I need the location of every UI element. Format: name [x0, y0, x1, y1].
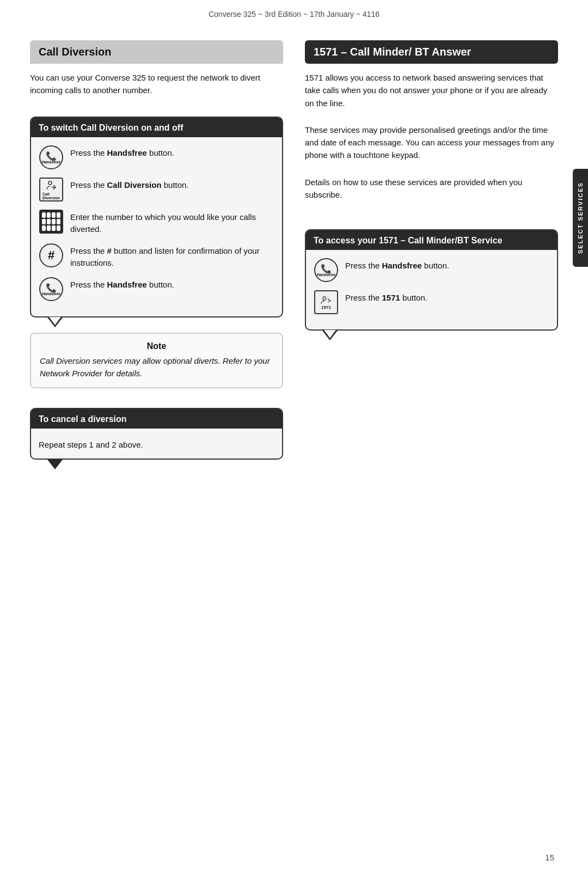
call-minder-title: 1571 – Call Minder/ BT Answer [305, 40, 558, 64]
switch-diversion-header: To switch Call Diversion on and off [31, 118, 282, 137]
hash-button-icon: # [39, 243, 63, 267]
page-content: Call Diversion You can use your Converse… [0, 24, 588, 476]
step-5-bold: Handsfree [107, 280, 147, 289]
step-5-text: Press the Handsfree button. [70, 277, 274, 291]
access-1571-header: To access your 1571 – Call Minder/BT Ser… [306, 230, 557, 250]
side-tab: SELECT SERVICES [573, 169, 588, 267]
step-2-text: Press the Call Diversion button. [70, 177, 274, 192]
note-text: Call Diversion services may allow option… [40, 355, 273, 380]
call-diversion-svg [45, 179, 58, 192]
handsfree-icon-2: 📞 Handsfree [39, 277, 64, 302]
access-1571-body: 📞 Handsfree Press the Handsfree button. [306, 250, 557, 329]
1571-label: 1571 [321, 305, 331, 310]
call-diversion-title: Call Diversion [30, 40, 283, 64]
left-column: Call Diversion You can use your Converse… [30, 40, 283, 460]
step-5: 📞 Handsfree Press the Handsfree button. [39, 277, 274, 302]
callout-body: 📞 Handsfree Press the Handsfree button. [31, 137, 282, 316]
step-1-text: Press the Handsfree button. [70, 145, 274, 160]
call-minder-para1: 1571 allows you access to network based … [305, 64, 558, 116]
access-handsfree-label: Handsfree [317, 273, 335, 277]
call-diversion-intro: You can use your Converse 325 to request… [30, 64, 283, 107]
step-4-bold: # [107, 246, 112, 255]
step-3: Enter the number to which you would like… [39, 209, 274, 236]
right-column: 1571 – Call Minder/ BT Answer 1571 allow… [305, 40, 558, 460]
cancel-diversion-box: To cancel a diversion Repeat steps 1 and… [30, 408, 283, 460]
cancel-text: Repeat steps 1 and 2 above. [39, 438, 274, 451]
handsfree-label: Handsfree [42, 160, 60, 164]
page-header: Converse 325 ~ 3rd Edition ~ 17th Januar… [0, 0, 588, 24]
step-4-text: Press the # button and listen for confir… [70, 243, 274, 270]
note-title: Note [40, 341, 273, 351]
step-2: CallDiversion Press the Call Diversion b… [39, 177, 274, 202]
svg-point-0 [48, 181, 52, 185]
handsfree-label-2: Handsfree [42, 292, 60, 296]
access-step-1-text: Press the Handsfree button. [345, 258, 549, 272]
note-box: Note Call Diversion services may allow o… [30, 333, 283, 389]
call-diversion-button-icon: CallDiversion [39, 178, 63, 201]
header-title: Converse 325 ~ 3rd Edition ~ 17th Januar… [209, 10, 379, 19]
call-minder-para3: Details on how to use these services are… [305, 168, 558, 208]
access-step-2: 1571 Press the 1571 button. [314, 290, 549, 315]
access-1571-box: To access your 1571 – Call Minder/BT Ser… [305, 229, 558, 331]
access-step-1-bold: Handsfree [382, 261, 422, 270]
cd-label: CallDiversion [42, 192, 60, 200]
call-minder-para2: These services may provide personalised … [305, 116, 558, 168]
step-2-bold: Call Diversion [107, 180, 162, 190]
keypad-icon [39, 209, 64, 234]
handsfree-button-icon: 📞 Handsfree [39, 145, 63, 169]
page-number: 15 [545, 853, 554, 862]
cancel-tail [47, 460, 63, 469]
access-step-1: 📞 Handsfree Press the Handsfree button. [314, 258, 549, 283]
access-step-2-bold: 1571 [382, 293, 400, 302]
access-handsfree-icon: 📞 Handsfree [314, 258, 339, 283]
call-diversion-icon: CallDiversion [39, 177, 64, 202]
handsfree-icon-1: 📞 Handsfree [39, 145, 64, 170]
access-handsfree-button: 📞 Handsfree [314, 258, 338, 282]
step-3-text: Enter the number to which you would like… [70, 209, 274, 236]
svg-point-2 [323, 297, 326, 300]
switch-diversion-box: To switch Call Diversion on and off 📞 Ha… [30, 117, 283, 317]
step-1: 📞 Handsfree Press the Handsfree button. [39, 145, 274, 170]
hash-glyph: # [48, 248, 54, 262]
1571-svg [320, 295, 332, 304]
keypad-button-icon [39, 210, 63, 234]
step-1-bold: Handsfree [107, 148, 147, 157]
step-4: # Press the # button and listen for conf… [39, 243, 274, 270]
access-step-2-text: Press the 1571 button. [345, 290, 549, 304]
side-tab-label: SELECT SERVICES [577, 182, 584, 254]
1571-icon: 1571 [314, 290, 339, 315]
1571-button-icon: 1571 [314, 290, 338, 314]
callout-tail-inner [49, 317, 61, 325]
hash-icon: # [39, 243, 64, 268]
handsfree-button-icon-2: 📞 Handsfree [39, 277, 63, 301]
cancel-body: Repeat steps 1 and 2 above. [31, 429, 282, 459]
cancel-header: To cancel a diversion [31, 409, 282, 429]
access-1571-tail-inner [324, 330, 336, 338]
